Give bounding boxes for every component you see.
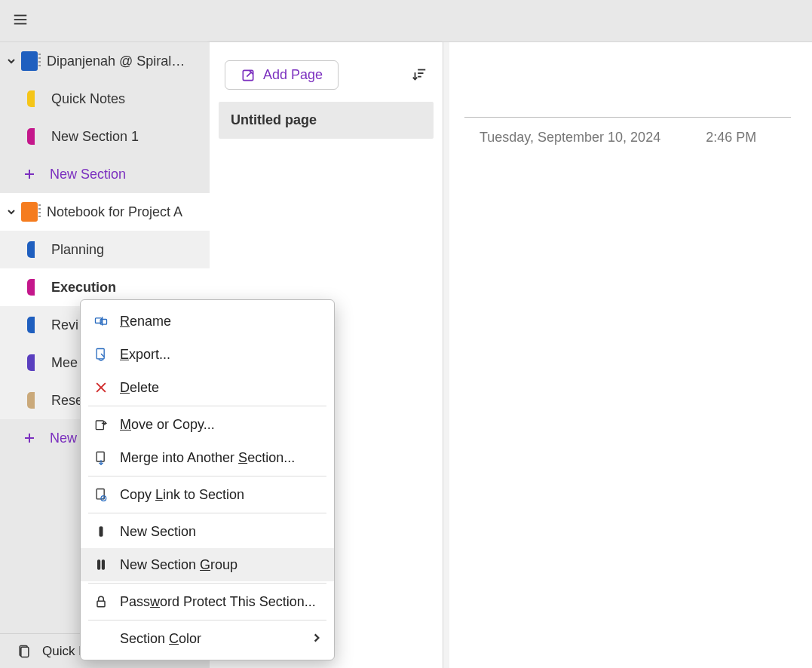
add-page-button[interactable]: Add Page — [225, 60, 339, 90]
section-label: Execution — [51, 280, 116, 296]
menu-label: Export... — [120, 347, 170, 363]
move-copy-icon — [93, 416, 109, 433]
section-color-icon — [27, 392, 35, 409]
note-time: 2:46 PM — [706, 130, 756, 146]
menu-separator — [88, 620, 326, 621]
menu-export[interactable]: Export... — [81, 338, 334, 371]
svg-rect-17 — [97, 349, 104, 359]
menu-label: New Section — [120, 524, 196, 540]
note-title-input[interactable] — [464, 84, 791, 118]
svg-rect-29 — [97, 601, 105, 607]
menu-label: Section Color — [120, 631, 201, 647]
export-icon — [93, 346, 109, 363]
section-label: Rese — [51, 393, 83, 409]
svg-rect-23 — [97, 489, 104, 499]
section-group-icon — [93, 556, 109, 573]
copy-link-icon — [93, 486, 109, 503]
section-color-icon — [27, 90, 35, 107]
chevron-down-icon — [5, 57, 18, 66]
menu-move-or-copy[interactable]: Move or Copy... — [81, 408, 334, 441]
menu-label: Merge into Another Section... — [120, 450, 295, 466]
section-item-new-section-1[interactable]: New Section 1 — [0, 118, 210, 155]
plus-icon — [23, 431, 36, 445]
menu-new-section[interactable]: New Section — [81, 515, 334, 548]
svg-rect-21 — [97, 452, 104, 462]
new-section-label: New Section — [50, 167, 126, 182]
svg-rect-27 — [97, 559, 100, 569]
note-meta: Tuesday, September 10, 2024 2:46 PM — [464, 130, 791, 146]
menu-password-protect[interactable]: Password Protect This Section... — [81, 585, 334, 618]
chevron-down-icon — [5, 207, 18, 216]
note-date: Tuesday, September 10, 2024 — [480, 130, 660, 146]
svg-rect-20 — [96, 421, 103, 430]
menu-delete[interactable]: Delete — [81, 371, 334, 404]
menu-rename[interactable]: Rename — [81, 305, 334, 338]
section-item-quick-notes[interactable]: Quick Notes — [0, 80, 210, 118]
section-color-icon — [27, 317, 35, 333]
delete-icon — [93, 379, 109, 396]
notebook-header[interactable]: Dipanjenah @ Spiral… — [0, 42, 210, 80]
section-color-icon — [27, 128, 35, 145]
notebook-icon — [21, 202, 38, 222]
menu-separator — [88, 513, 326, 513]
menu-separator — [88, 406, 326, 406]
new-section-button[interactable]: New Section — [0, 155, 210, 193]
add-page-label: Add Page — [263, 67, 323, 83]
svg-rect-8 — [21, 647, 29, 657]
section-context-menu: Rename Export... Delete Move or Copy... … — [80, 299, 335, 660]
menu-separator — [88, 476, 326, 476]
menu-label: Password Protect This Section... — [120, 594, 316, 610]
section-color-icon — [27, 279, 35, 296]
plus-icon — [23, 167, 36, 181]
menu-label: Delete — [120, 380, 159, 396]
page-title: Untitled page — [231, 112, 317, 127]
chevron-right-icon — [311, 631, 322, 647]
menu-section-color[interactable]: Section Color — [81, 622, 334, 655]
menu-copy-link[interactable]: Copy Link to Section — [81, 478, 334, 511]
menu-label: Copy Link to Section — [120, 487, 244, 503]
section-label: New Section 1 — [51, 129, 139, 145]
menu-merge-section[interactable]: Merge into Another Section... — [81, 441, 334, 474]
new-section-label: New — [50, 431, 77, 446]
menu-label: Move or Copy... — [120, 417, 215, 433]
section-label: Mee — [51, 355, 78, 371]
lock-icon — [93, 593, 109, 610]
notebook-name: Notebook for Project A — [47, 204, 182, 220]
merge-icon — [93, 449, 109, 466]
menu-new-section-group[interactable]: New Section Group — [81, 548, 334, 581]
section-icon — [93, 523, 109, 540]
svg-rect-26 — [100, 526, 103, 536]
section-item-planning[interactable]: Planning — [0, 231, 210, 268]
hamburger-menu-icon[interactable] — [8, 7, 33, 35]
note-canvas[interactable]: Tuesday, September 10, 2024 2:46 PM — [443, 42, 812, 668]
section-label: Revi — [51, 317, 78, 333]
section-label: Planning — [51, 242, 104, 258]
menu-separator — [88, 583, 326, 584]
menu-label: New Section Group — [120, 557, 237, 573]
notebook-header[interactable]: Notebook for Project A — [0, 193, 210, 231]
sort-pages-icon[interactable] — [411, 66, 427, 85]
notebook-name: Dipanjenah @ Spiral… — [47, 54, 185, 69]
page-item[interactable]: Untitled page — [219, 102, 434, 139]
section-color-icon — [27, 241, 35, 258]
menu-label: Rename — [120, 314, 171, 329]
titlebar — [0, 0, 812, 42]
page-icon — [17, 644, 32, 659]
section-color-icon — [27, 354, 35, 371]
section-label: Quick Notes — [51, 91, 125, 107]
svg-line-10 — [247, 72, 251, 76]
svg-rect-28 — [102, 559, 105, 569]
add-page-icon — [241, 68, 256, 83]
rename-icon — [93, 313, 109, 329]
svg-point-25 — [103, 498, 105, 500]
notebook-icon — [21, 51, 38, 71]
